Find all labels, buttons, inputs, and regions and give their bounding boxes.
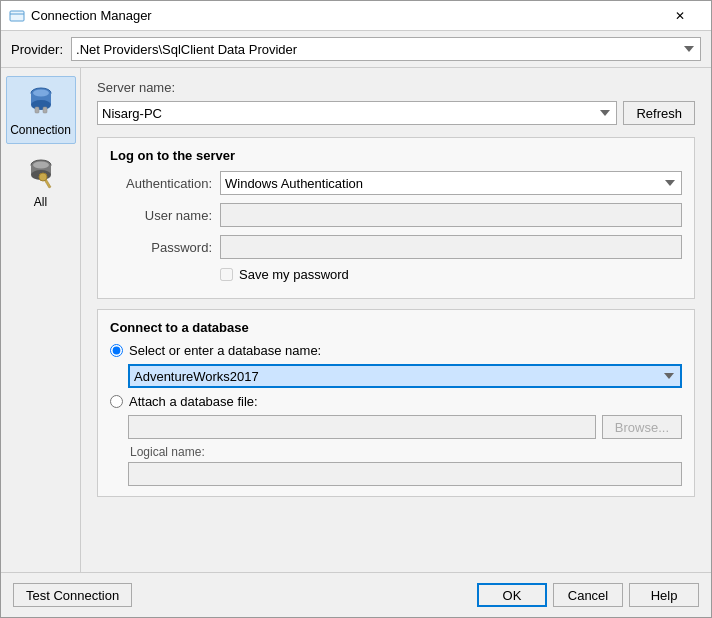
close-button[interactable]: ✕ bbox=[657, 6, 703, 26]
cancel-button[interactable]: Cancel bbox=[553, 583, 623, 607]
sidebar-item-all[interactable]: All bbox=[6, 148, 76, 216]
sidebar-connection-label: Connection bbox=[10, 123, 71, 137]
footer: Test Connection OK Cancel Help bbox=[1, 572, 711, 617]
password-row: Password: bbox=[110, 235, 682, 259]
save-password-row: Save my password bbox=[220, 267, 682, 282]
ok-button[interactable]: OK bbox=[477, 583, 547, 607]
logical-name-input[interactable] bbox=[128, 462, 682, 486]
svg-point-4 bbox=[31, 100, 51, 110]
save-password-checkbox[interactable] bbox=[220, 268, 233, 281]
server-name-label: Server name: bbox=[97, 80, 175, 95]
logical-name-label: Logical name: bbox=[130, 445, 682, 459]
select-db-radio-row: Select or enter a database name: bbox=[110, 343, 682, 358]
sidebar-all-label: All bbox=[34, 195, 47, 209]
connection-manager-window: Connection Manager ✕ Provider: .Net Prov… bbox=[0, 0, 712, 618]
test-connection-button[interactable]: Test Connection bbox=[13, 583, 132, 607]
logical-name-row: Logical name: bbox=[128, 445, 682, 486]
svg-rect-6 bbox=[35, 107, 39, 113]
username-row: User name: bbox=[110, 203, 682, 227]
svg-point-11 bbox=[33, 162, 49, 169]
db-name-select[interactable]: AdventureWorks2017 bbox=[128, 364, 682, 388]
provider-bar: Provider: .Net Providers\SqlClient Data … bbox=[1, 31, 711, 68]
authentication-row: Authentication: Windows Authentication bbox=[110, 171, 682, 195]
browse-button[interactable]: Browse... bbox=[602, 415, 682, 439]
connect-db-section: Connect to a database Select or enter a … bbox=[97, 309, 695, 497]
svg-point-5 bbox=[33, 90, 49, 97]
username-input[interactable] bbox=[220, 203, 682, 227]
all-icon bbox=[23, 155, 59, 191]
svg-rect-7 bbox=[43, 107, 47, 113]
svg-rect-0 bbox=[10, 11, 24, 21]
server-name-input-row: Nisarg-PC Refresh bbox=[97, 101, 695, 125]
attach-db-radio[interactable] bbox=[110, 395, 123, 408]
title-bar: Connection Manager ✕ bbox=[1, 1, 711, 31]
server-name-row: Server name: bbox=[97, 80, 695, 95]
provider-select[interactable]: .Net Providers\SqlClient Data Provider bbox=[71, 37, 701, 61]
attach-db-input-row: Browse... bbox=[128, 415, 682, 439]
sidebar: Connection All bbox=[1, 68, 81, 572]
connection-icon bbox=[23, 83, 59, 119]
form-panel: Server name: Nisarg-PC Refresh Log on to… bbox=[81, 68, 711, 572]
username-label: User name: bbox=[110, 208, 220, 223]
logon-section-title: Log on to the server bbox=[110, 148, 682, 163]
db-name-input-row: AdventureWorks2017 bbox=[128, 364, 682, 388]
save-password-label: Save my password bbox=[239, 267, 349, 282]
refresh-button[interactable]: Refresh bbox=[623, 101, 695, 125]
main-content: Connection All Server name: bbox=[1, 68, 711, 572]
select-db-radio[interactable] bbox=[110, 344, 123, 357]
select-db-label: Select or enter a database name: bbox=[129, 343, 321, 358]
password-label: Password: bbox=[110, 240, 220, 255]
window-icon bbox=[9, 8, 25, 24]
connect-db-title: Connect to a database bbox=[110, 320, 682, 335]
password-input[interactable] bbox=[220, 235, 682, 259]
provider-label: Provider: bbox=[11, 42, 63, 57]
footer-left: Test Connection bbox=[13, 583, 471, 607]
authentication-label: Authentication: bbox=[110, 176, 220, 191]
help-button[interactable]: Help bbox=[629, 583, 699, 607]
title-bar-controls: ✕ bbox=[657, 6, 703, 26]
logon-section: Log on to the server Authentication: Win… bbox=[97, 137, 695, 299]
footer-right: OK Cancel Help bbox=[477, 583, 699, 607]
attach-db-input[interactable] bbox=[128, 415, 596, 439]
sidebar-item-connection[interactable]: Connection bbox=[6, 76, 76, 144]
attach-db-label: Attach a database file: bbox=[129, 394, 258, 409]
svg-point-12 bbox=[39, 173, 47, 181]
server-name-select[interactable]: Nisarg-PC bbox=[97, 101, 617, 125]
authentication-select[interactable]: Windows Authentication bbox=[220, 171, 682, 195]
window-title: Connection Manager bbox=[31, 8, 657, 23]
attach-db-radio-row: Attach a database file: bbox=[110, 394, 682, 409]
